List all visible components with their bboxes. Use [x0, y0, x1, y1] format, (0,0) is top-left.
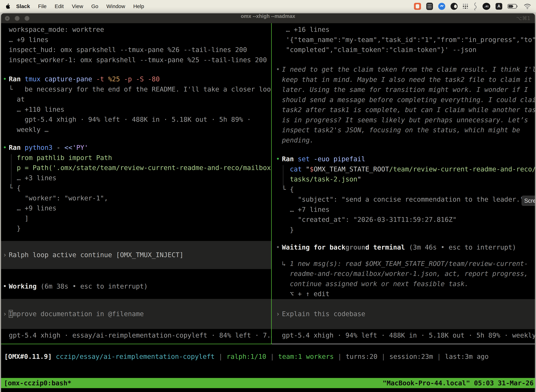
messenger-icon[interactable]	[438, 3, 445, 10]
menu-item-go[interactable]: Go	[91, 3, 98, 9]
indent-guide	[283, 165, 283, 188]
terminal-line: inspect task2's JSON, focusing on the st…	[272, 125, 535, 135]
menu-item-slack[interactable]: Slack	[16, 3, 30, 9]
terminal-line: •Ran python3 - <<'PY'	[1, 143, 271, 153]
terminal-line: }	[1, 223, 271, 233]
terminal-line: "completed","claim_token":"claim-token"}…	[272, 45, 535, 55]
window-title: omx --xhigh --madmax	[1, 13, 535, 23]
terminal-line: … +7 lines	[272, 205, 535, 215]
terminal-line: tasks/task-2.json"	[272, 174, 535, 184]
terminal-line: "worker": "worker-1",	[1, 193, 271, 203]
terminal-line: inspect_worker-1: omx sparkshell --tmux-…	[1, 55, 271, 65]
terminal-line: gpt-5.4 xhigh · 94% left · 488K in · 5.1…	[1, 115, 271, 125]
terminal-line: gpt-5.4 xhigh · essay/ai-reimplementatio…	[1, 330, 271, 341]
terminal-line: └ {	[272, 184, 535, 195]
tmux-host-clock: "MacBook-Pro-44.local" 05:03 31-Mar-26	[383, 378, 534, 388]
terminal-line: └ {	[1, 183, 271, 193]
battery-icon[interactable]	[507, 4, 518, 9]
dots-grid-icon[interactable]	[463, 4, 468, 9]
line-bullet: •	[3, 143, 7, 153]
indent-guide	[11, 154, 11, 186]
terminal-line: continue assigned work or next feasible …	[272, 279, 535, 289]
terminal-line: •Waiting for background terminal (3m 46s…	[272, 242, 535, 252]
terminal-line: inspect_hud: omx sparkshell --tmux-pane …	[1, 45, 271, 55]
apple-logo-icon[interactable]	[5, 3, 10, 9]
terminal-line: is in progress? It seems likely but perh…	[272, 115, 535, 125]
line-bullet: ›	[276, 309, 280, 319]
terminal-line: "subject": "send a concise recommendatio…	[272, 194, 535, 205]
tmux-status-bar[interactable]: [omx-cczip0:bash* "MacBook-Pro-44.local"…	[1, 378, 535, 388]
moon-pie-icon[interactable]	[450, 3, 458, 10]
wifi-icon[interactable]	[524, 4, 531, 9]
terminal-line: ›Explain this codebase	[272, 299, 535, 329]
terminal-line: … +9 lines	[1, 203, 271, 213]
terminal-line: gpt-5.4 xhigh · 94% left · 488K in · 5.1…	[272, 330, 535, 341]
macos-menu-bar: SlackFileEditViewGoWindowHelp ..61 A	[0, 0, 536, 13]
terminal-line: later. Using the same for transition mig…	[272, 85, 535, 95]
terminal-line: from pathlib import Path	[1, 153, 271, 163]
terminal-line: readme-and-reco/mailbox/worker-1.json, a…	[272, 269, 535, 279]
menu-items: SlackFileEditViewGoWindowHelp	[16, 3, 144, 9]
tmux-session-label: [omx-cczip0:bash*	[4, 378, 72, 388]
tmux-pane-right[interactable]: … +16 lines '{"team_name":"my-team","tas…	[272, 23, 535, 344]
menu-item-help[interactable]: Help	[133, 3, 144, 9]
menu-item-window[interactable]: Window	[106, 3, 125, 9]
terminal-line: pending.	[272, 135, 535, 145]
terminal-line: … +16 lines	[272, 25, 535, 35]
line-bullet: ›	[3, 309, 7, 319]
terminal-line: └ be necessary for the end of the README…	[1, 84, 271, 94]
terminal-line: ›Improve documentation in @filename	[1, 299, 271, 329]
terminal-line: … +3 lines	[1, 173, 271, 183]
terminal-line: •Working (6m 38s • esc to interrupt)	[1, 281, 271, 292]
terminal-line: }	[272, 225, 535, 235]
terminal-line: •Ran tmux capture-pane -t %25 -p -S -80	[1, 74, 271, 84]
input-source-icon[interactable]: A	[496, 3, 502, 10]
menu-item-view[interactable]: View	[72, 3, 83, 9]
terminal-line: … +9 lines	[1, 35, 271, 45]
terminal-line: ⌥ + ↑ edit	[272, 289, 535, 299]
pane-border-active	[1, 344, 272, 344]
screen: SlackFileEditViewGoWindowHelp ..61 A	[0, 0, 536, 392]
terminal-line: •Ran set -euo pipefail	[272, 154, 535, 164]
menu-item-file[interactable]: File	[38, 3, 46, 9]
tmux-pane-left[interactable]: workspace_mode: worktree… +9 linesinspec…	[1, 23, 271, 344]
counter-badge-icon[interactable]: ..61	[483, 3, 490, 10]
line-bullet: •	[3, 74, 7, 84]
terminal-line: … +110 lines	[1, 104, 271, 115]
window-shortcut-hint: ⌥⌘1	[516, 13, 530, 23]
terminal-line: task2 after task1 is complete, but can I…	[272, 105, 535, 115]
terminal-line: p = Path('.omx/state/team/review-current…	[1, 163, 271, 173]
terminal-line: should send a message before completing …	[272, 95, 535, 105]
terminal-line: workspace_mode: worktree	[1, 25, 271, 35]
terminal-line: ]	[1, 213, 271, 224]
terminal-window: omx --xhigh --madmax ⌥⌘1 workspace_mode:…	[1, 13, 535, 392]
terminal-line: ↳ 1 new msg(s): read $OMX_TEAM_STATE_ROO…	[272, 259, 535, 269]
terminal-line: •I need to get the claim token from the …	[272, 65, 535, 75]
screenshot-icon[interactable]	[414, 3, 421, 10]
line-bullet: •	[276, 242, 280, 252]
menu-item-edit[interactable]: Edit	[55, 3, 64, 9]
pane-border-inactive	[272, 344, 535, 344]
line-bullet: •	[3, 281, 7, 292]
line-bullet: ›	[3, 250, 7, 260]
terminal-line: "created_at": "2026-03-31T11:59:27.816Z"	[272, 215, 535, 225]
terminal-line: '{"team_name":"my-team","task_id":"1","f…	[272, 35, 535, 45]
keypad-icon[interactable]	[426, 3, 433, 10]
line-bullet: •	[276, 65, 280, 75]
terminal-line: [OMX#0.11.9] cczip/essay/ai-reimplementa…	[1, 352, 535, 362]
terminal-line: weekly …	[1, 125, 271, 135]
line-bullet: •	[276, 154, 280, 164]
screen-share-overlay[interactable]: Scre	[522, 196, 535, 206]
omx-status-line: [OMX#0.11.9] cczip/essay/ai-reimplementa…	[1, 352, 535, 362]
terminal-line: cat "$OMX_TEAM_STATE_ROOT/team/review-cu…	[272, 164, 535, 174]
terminal-line: ›Ralph loop active continue [OMX_TMUX_IN…	[1, 241, 271, 269]
terminal-content: workspace_mode: worktree… +9 linesinspec…	[1, 23, 535, 392]
window-title-bar[interactable]: omx --xhigh --madmax ⌥⌘1	[1, 13, 535, 23]
hook-icon[interactable]	[474, 2, 477, 10]
terminal-line: keep that in mind. Maybe I also need the…	[272, 75, 535, 85]
menu-status-icons: ..61 A	[414, 2, 531, 10]
terminal-line: at	[1, 94, 271, 104]
